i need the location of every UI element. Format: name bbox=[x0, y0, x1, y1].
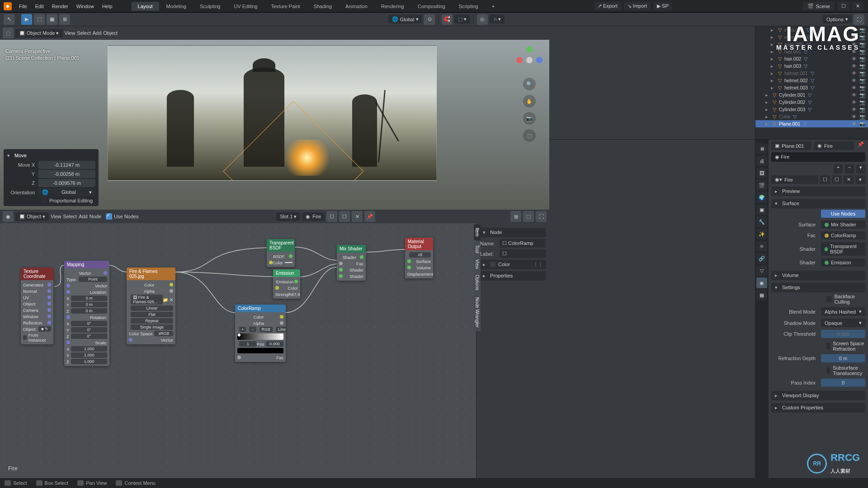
ptab-view-icon[interactable]: 🖼 bbox=[756, 168, 767, 178]
3d-viewport[interactable]: ⬚ 🔲 Object Mode ▾ View Select Add Object… bbox=[0, 26, 549, 210]
mat-add-icon[interactable]: + bbox=[834, 164, 843, 174]
ns-tab-view[interactable]: View bbox=[474, 256, 481, 273]
ns-tab-nw[interactable]: Node Wrangler bbox=[474, 294, 481, 331]
editor-type-shader-icon[interactable]: ◉ bbox=[3, 211, 14, 222]
outliner-row[interactable]: ▸▽Cylinder.002▽👁📷 bbox=[755, 99, 868, 106]
move-x-field[interactable]: -0.11247 m bbox=[38, 161, 95, 169]
ptab-object-icon[interactable]: ▣ bbox=[756, 204, 767, 215]
falloff-dropdown[interactable]: ∩ ▾ bbox=[490, 15, 505, 23]
ns-color-header[interactable]: Color⋮⋮ bbox=[480, 260, 546, 269]
ptab-constraint-icon[interactable]: 🔗 bbox=[756, 253, 767, 264]
cursor-tool-icon[interactable]: ↖ bbox=[4, 14, 14, 25]
ns-node-header[interactable]: Node bbox=[480, 228, 546, 237]
del-scene-button[interactable]: ✕ bbox=[852, 2, 863, 10]
mat-del-icon[interactable]: ✕ bbox=[844, 175, 854, 184]
fac-link-dd[interactable]: ColorRamp bbox=[821, 231, 865, 239]
ptab-texture-icon[interactable]: ▦ bbox=[756, 290, 767, 300]
workspace-compositing[interactable]: Compositing bbox=[411, 2, 452, 11]
ptab-material-icon[interactable]: ◉ bbox=[756, 277, 767, 288]
ptab-modifier-icon[interactable]: 🔧 bbox=[756, 216, 767, 227]
clip-threshold-slider[interactable]: 0.500 bbox=[821, 330, 865, 338]
ne-menu-view[interactable]: View bbox=[51, 214, 61, 219]
outliner-row[interactable]: ▸▽helmet.001▽👁📷 bbox=[755, 70, 868, 77]
camera-view-icon[interactable]: 📷 bbox=[523, 112, 536, 125]
ptab-output-icon[interactable]: 🖨 bbox=[756, 155, 767, 166]
ptab-particle-icon[interactable]: ✨ bbox=[756, 229, 767, 239]
outliner-row[interactable]: ▸▽eyes.004▽👁📷 bbox=[755, 33, 868, 41]
proportional-icon[interactable]: ◎ bbox=[477, 14, 488, 25]
ptab-render-icon[interactable]: 🖥 bbox=[756, 143, 767, 154]
orientation-dropdown[interactable]: 🌐 Global ▾ bbox=[388, 15, 423, 23]
surface-header[interactable]: Surface bbox=[771, 199, 865, 208]
ns-label-field[interactable]: ☐ bbox=[500, 249, 546, 258]
preview-header[interactable]: Preview bbox=[771, 187, 865, 196]
node-emission[interactable]: Emission Emission Color Strength87.800 bbox=[273, 269, 300, 299]
outliner[interactable]: ▸▽eyes.003▽👁📷▸▽eyes.004▽👁📷▸▽eyes.005▽👁📷▸… bbox=[755, 26, 868, 139]
menu-help[interactable]: Help bbox=[99, 2, 116, 11]
nav-gizmo[interactable] bbox=[515, 44, 544, 73]
ns-name-field[interactable]: ☐ ColorRamp bbox=[500, 239, 546, 248]
workspace-uv[interactable]: UV Editing bbox=[227, 2, 264, 11]
ne-mode-dropdown[interactable]: 🔲 Object ▾ bbox=[15, 212, 49, 221]
volume-header[interactable]: Volume bbox=[771, 271, 865, 280]
ns-tab-tool[interactable]: Tool bbox=[474, 241, 481, 257]
ns-tab-options[interactable]: Options bbox=[474, 271, 481, 294]
ne-snap-icon[interactable]: ⬚ bbox=[523, 211, 534, 222]
mat-new-icon[interactable]: ☐ bbox=[339, 211, 350, 222]
workspace-texpaint[interactable]: Texture Paint bbox=[264, 2, 306, 11]
settings-header[interactable]: Settings bbox=[771, 283, 865, 292]
move-y-field[interactable]: -0.00258 m bbox=[38, 170, 95, 178]
ssr-checkbox[interactable] bbox=[826, 343, 830, 349]
zoom-icon[interactable]: 🔍 bbox=[523, 78, 536, 90]
pin-icon[interactable]: 📌 bbox=[364, 211, 375, 222]
node-colorramp[interactable]: ColorRamp Color Alpha +−RGBLinear▾ ◆◆ 1P… bbox=[235, 305, 286, 362]
scene-dropdown[interactable]: 🎬 Scene bbox=[803, 2, 835, 10]
viewport-canvas[interactable]: Camera Perspective (21) Scene Collection… bbox=[0, 40, 549, 210]
mat-copy-icon[interactable]: ☐ bbox=[326, 211, 337, 222]
maximize-icon[interactable]: ⛶ bbox=[854, 14, 864, 25]
node-material-output[interactable]: Material Output All Surface Volume Displ… bbox=[405, 238, 433, 278]
prop-edit-checkbox[interactable] bbox=[41, 197, 47, 204]
ne-menu-add[interactable]: Add bbox=[79, 214, 88, 219]
node-mapping[interactable]: Mapping Vector Type:Point Vector Locatio… bbox=[64, 261, 109, 366]
node-texcoord[interactable]: Texture Coordinate Generated Normal UV O… bbox=[21, 267, 53, 344]
ns-tab-item[interactable]: Item bbox=[474, 224, 481, 240]
vp-menu-add[interactable]: Add bbox=[93, 30, 102, 36]
menu-render[interactable]: Render bbox=[48, 2, 72, 11]
snap-mode-dropdown[interactable]: ⬚ ▾ bbox=[454, 15, 470, 23]
outliner-row[interactable]: ▸▽eyes.003▽👁📷 bbox=[755, 26, 868, 33]
import-button[interactable]: ↘ Import bbox=[624, 2, 651, 10]
material-dropdown[interactable]: ◉ Fire bbox=[302, 212, 325, 221]
vp-menu-object[interactable]: Object bbox=[103, 30, 118, 36]
ptab-physics-icon[interactable]: ⚛ bbox=[756, 241, 767, 252]
props-obj-dropdown[interactable]: ▣ Plane.001 bbox=[771, 141, 811, 150]
move-panel-header[interactable]: Move bbox=[5, 151, 97, 160]
material-search-field[interactable]: ◉ Fire bbox=[771, 152, 865, 162]
backface-checkbox[interactable] bbox=[826, 296, 832, 302]
play-icon[interactable]: ▶ bbox=[21, 14, 32, 25]
surface-shader-dd[interactable]: Mix Shader bbox=[821, 221, 865, 229]
blender-logo-icon[interactable]: ◆ bbox=[4, 2, 12, 10]
workspace-modeling[interactable]: Modeling bbox=[160, 2, 193, 11]
vp-menu-view[interactable]: View bbox=[65, 30, 75, 36]
ne-overlay-icon[interactable]: ⊞ bbox=[510, 211, 521, 222]
outliner-row[interactable]: ▸▽Cube▽👁📷 bbox=[755, 113, 868, 120]
workspace-rendering[interactable]: Rendering bbox=[375, 2, 410, 11]
ne-menu-node[interactable]: Node bbox=[90, 214, 101, 219]
outliner-row[interactable]: ▸▽hair.002▽👁📷 bbox=[755, 55, 868, 62]
sp-button[interactable]: ▶ SP bbox=[653, 2, 672, 10]
mat-menu-icon[interactable]: ▾ bbox=[856, 164, 865, 174]
ne-max-icon[interactable]: ⛶ bbox=[536, 211, 547, 222]
outliner-row[interactable]: ▸▽helmet.003▽👁📷 bbox=[755, 84, 868, 91]
workspace-scripting[interactable]: Scripting bbox=[453, 2, 485, 11]
pass-index-slider[interactable]: 0 bbox=[821, 379, 865, 387]
shader2-dd[interactable]: Emission bbox=[821, 258, 865, 267]
mode-dropdown[interactable]: 🔲 Object Mode ▾ bbox=[15, 29, 63, 38]
vp-menu-select[interactable]: Select bbox=[77, 30, 91, 36]
export-button[interactable]: ↗ Export bbox=[594, 2, 621, 10]
operator-move-panel[interactable]: Move Move X-0.11247 m Y-0.00258 m Z-0.00… bbox=[4, 149, 99, 206]
pan-icon[interactable]: ✋ bbox=[523, 95, 536, 108]
menu-window[interactable]: Window bbox=[73, 2, 98, 11]
use-nodes-button[interactable]: Use Nodes bbox=[821, 210, 865, 218]
move-z-field[interactable]: -0.009576 m bbox=[38, 179, 95, 187]
